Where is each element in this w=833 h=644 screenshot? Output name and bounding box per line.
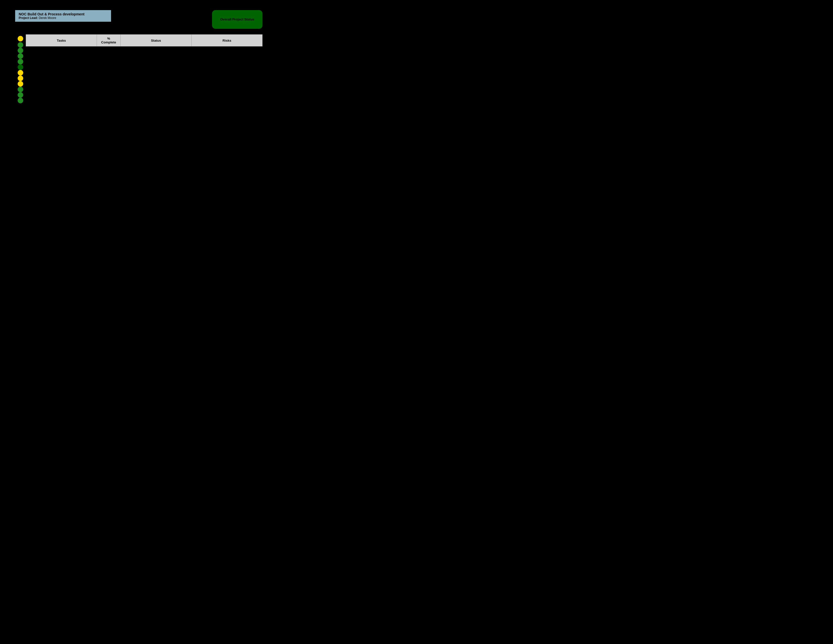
indicator-dot-3 bbox=[18, 53, 23, 59]
table-row: Complete bbox=[26, 47, 262, 53]
cell-risks-11 bbox=[191, 83, 262, 86]
indicator-dot-8 bbox=[18, 81, 23, 87]
indicator-dot-2 bbox=[18, 48, 23, 53]
cell-risks-9 bbox=[191, 77, 262, 80]
cell-risks-6 bbox=[191, 68, 262, 71]
table-row bbox=[26, 59, 262, 62]
cell-status-0 bbox=[121, 47, 191, 53]
cell-task-7 bbox=[26, 71, 97, 74]
cell-task-11 bbox=[26, 83, 97, 86]
table-row bbox=[26, 83, 262, 86]
table-row bbox=[26, 62, 262, 65]
project-lead-label: Project Lead: bbox=[19, 16, 38, 20]
cell-status-5 bbox=[121, 65, 191, 68]
project-title-block: NOC Build Out & Process development Proj… bbox=[15, 10, 111, 22]
indicator-dot-5 bbox=[18, 64, 23, 70]
cell-complete-4 bbox=[97, 62, 121, 65]
cell-status-11 bbox=[121, 83, 191, 86]
status-button-container: Overall Project Status bbox=[212, 10, 262, 29]
cell-task-4 bbox=[26, 62, 97, 65]
indicators-column bbox=[18, 35, 23, 103]
cell-complete-3 bbox=[97, 59, 121, 62]
cell-complete-5 bbox=[97, 65, 121, 68]
cell-status-6 bbox=[121, 68, 191, 71]
cell-complete-10 bbox=[97, 80, 121, 83]
cell-complete-8 bbox=[97, 74, 121, 77]
cell-task-10 bbox=[26, 80, 97, 83]
cell-status-10 bbox=[121, 80, 191, 83]
cell-risks-8 bbox=[191, 74, 262, 77]
cell-risks-3 bbox=[191, 59, 262, 62]
cell-status-3 bbox=[121, 59, 191, 62]
table-row bbox=[26, 71, 262, 74]
cell-task-1 bbox=[26, 53, 97, 56]
indicator-dot-1 bbox=[18, 42, 23, 48]
cell-risks-4 bbox=[191, 62, 262, 65]
page-container: NOC Build Out & Process development Proj… bbox=[0, 0, 278, 113]
cell-task-0 bbox=[26, 47, 97, 53]
project-lead-name: Derek Moore bbox=[39, 16, 56, 20]
cell-complete-2 bbox=[97, 56, 121, 59]
cell-task-6 bbox=[26, 68, 97, 71]
cell-risks-0 bbox=[191, 47, 262, 53]
overall-status-button[interactable]: Overall Project Status bbox=[212, 10, 262, 29]
cell-risks-10 bbox=[191, 80, 262, 83]
indicator-dot-6 bbox=[18, 70, 23, 76]
cell-status-2 bbox=[121, 56, 191, 59]
cell-status-7 bbox=[121, 71, 191, 74]
indicator-dot-0 bbox=[18, 36, 23, 42]
indicator-dot-9 bbox=[18, 87, 23, 92]
cell-status-4 bbox=[121, 62, 191, 65]
cell-task-5 bbox=[26, 65, 97, 68]
cell-risks-5 bbox=[191, 65, 262, 68]
col-header-tasks: Tasks bbox=[26, 35, 97, 47]
cell-risks-1 bbox=[191, 53, 262, 56]
cell-status-1 bbox=[121, 53, 191, 56]
cell-status-8 bbox=[121, 74, 191, 77]
cell-complete-6 bbox=[97, 68, 121, 71]
table-row bbox=[26, 65, 262, 68]
main-content: Tasks % Complete Status Risks Complete bbox=[15, 34, 262, 103]
table-row bbox=[26, 74, 262, 77]
project-title: NOC Build Out & Process development bbox=[19, 12, 108, 16]
cell-status-9 bbox=[121, 77, 191, 80]
cell-complete-7 bbox=[97, 71, 121, 74]
cell-task-9 bbox=[26, 77, 97, 80]
table-row bbox=[26, 77, 262, 80]
table-row bbox=[26, 80, 262, 83]
project-lead: Project Lead: Derek Moore bbox=[19, 16, 108, 20]
cell-complete-11 bbox=[97, 83, 121, 86]
cell-complete-1 bbox=[97, 53, 121, 56]
cell-task-2 bbox=[26, 56, 97, 59]
cell-risks-2 bbox=[191, 56, 262, 59]
cell-complete-0: Complete bbox=[97, 47, 121, 53]
col-header-complete: % Complete bbox=[97, 35, 121, 47]
cell-task-3 bbox=[26, 59, 97, 62]
task-table: Tasks % Complete Status Risks Complete bbox=[26, 34, 262, 86]
col-header-risks: Risks bbox=[191, 35, 262, 47]
cell-complete-9 bbox=[97, 77, 121, 80]
indicator-dot-11 bbox=[18, 98, 23, 103]
table-row bbox=[26, 68, 262, 71]
indicator-dot-10 bbox=[18, 92, 23, 98]
col-header-status: Status bbox=[121, 35, 191, 47]
indicator-dot-7 bbox=[18, 76, 23, 81]
table-row bbox=[26, 56, 262, 59]
indicator-dot-4 bbox=[18, 59, 23, 64]
table-area: Tasks % Complete Status Risks Complete bbox=[26, 34, 262, 103]
cell-risks-7 bbox=[191, 71, 262, 74]
table-row bbox=[26, 53, 262, 56]
cell-task-8 bbox=[26, 74, 97, 77]
